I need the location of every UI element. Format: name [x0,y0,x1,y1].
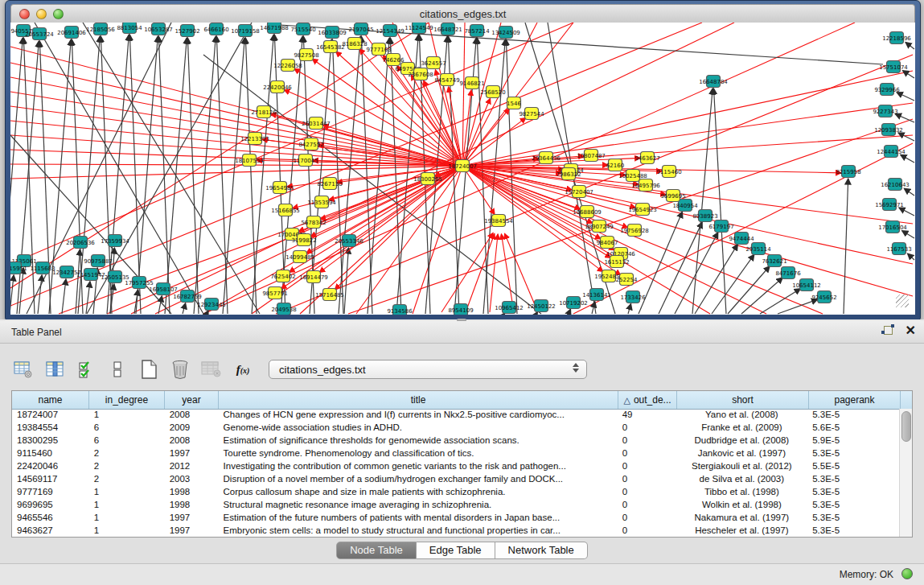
graph-node[interactable]: 9227343 [873,105,897,117]
graph-node[interactable]: 14671988 [260,23,289,34]
graph-node[interactable]: 11124549 [405,23,433,34]
column-header-year[interactable]: year [165,391,219,409]
graph-node[interactable]: 12093832 [874,124,903,136]
graph-node[interactable]: 26031447 [302,117,331,130]
float-panel-icon[interactable] [881,324,894,337]
graph-node[interactable]: 9857791 [262,287,287,299]
graph-node[interactable]: 16545382 [316,41,345,53]
graph-node[interactable]: 6179197 [708,220,733,233]
graph-node[interactable]: 15692971 [875,199,904,211]
table-scrollbar[interactable] [899,409,912,537]
graph-node[interactable]: 7857214 [464,25,490,37]
graph-node[interactable]: 13424509 [491,27,520,39]
graph-node[interactable]: 19384554 [484,215,513,227]
graph-node[interactable]: 7515540 [290,23,315,35]
graph-node[interactable]: 12923445 [197,299,226,311]
graph-node[interactable]: 90975887 [84,255,113,267]
graph-node[interactable]: 15720407 [565,186,593,198]
graph-node[interactable]: 62160 [606,159,624,171]
table-row[interactable]: 946362711997Embryonic stem cells: a mode… [12,525,899,537]
graph-node[interactable]: 9245652 [811,291,836,303]
function-builder-icon[interactable]: f(x) [231,357,255,381]
unselect-all-icon[interactable] [105,357,129,381]
table-row[interactable]: 946554611997Estimation of the future num… [12,512,899,525]
column-header-short[interactable]: short [677,391,809,409]
table-selector-dropdown[interactable]: citations_edges.txt [269,360,587,379]
close-panel-icon[interactable]: ✕ [906,324,916,337]
network-window-titlebar[interactable]: citations_edges.txt [10,4,915,23]
table-row[interactable]: 1830029562008Estimation of significance … [12,435,899,447]
column-header-name[interactable]: name [12,391,89,409]
delete-column-icon[interactable] [168,357,192,381]
graph-node[interactable]: 7632621 [762,255,786,267]
table-mode-icon[interactable] [11,357,35,381]
graph-node[interactable]: 19654923 [628,204,657,216]
graph-node[interactable]: 16648784 [699,76,728,88]
table-row[interactable]: 1872400712008Changes of HCN gene express… [12,409,899,422]
graph-node[interactable]: 8215958 [836,166,860,178]
graph-node[interactable]: 10654112 [792,279,821,291]
graph-node[interactable]: 10965412 [495,302,524,314]
graph-node[interactable]: 10719202 [559,297,588,309]
graph-node[interactable]: 2935114 [745,243,771,255]
graph-node[interactable]: 1527902 [175,25,199,37]
column-header-out-de-[interactable]: △out_de... [618,391,677,409]
graph-node[interactable]: 9827544 [519,108,544,120]
table-row[interactable]: 969969511998Structural magnetic resonanc… [12,499,899,512]
graph-node[interactable]: 8454749 [434,74,459,86]
graph-node[interactable]: 2197045 [348,23,373,35]
graph-node[interactable]: 11353594 [307,196,336,208]
table-row[interactable]: 1456911722003Disruption of a novel membe… [12,473,899,486]
graph-node[interactable]: 3624557 [421,57,446,69]
graph-node[interactable]: 9827508 [294,49,318,61]
graph-node[interactable]: 12154349 [376,25,405,37]
graph-node[interactable]: 9329966 [874,84,900,96]
column-header-pagerank[interactable]: pagerank [809,391,901,409]
delete-table-icon[interactable] [199,357,224,381]
graph-node[interactable]: 16648721 [433,23,462,35]
table-row[interactable]: 1938455462009Genome-wide association stu… [12,422,899,435]
graph-node[interactable]: 2049538 [271,303,296,315]
tab-node-table[interactable]: Node Table [336,542,417,559]
graph-node[interactable]: 5678342 [301,216,326,229]
table-row[interactable]: 911546021997Tourette syndrome. Phenomeno… [12,447,899,460]
window-resize-grip[interactable] [896,295,909,307]
tab-edge-table[interactable]: Edge Table [417,542,495,559]
graph-node[interactable]: 10653287 [144,23,173,35]
table-row[interactable]: 977716911998Corpus callosum shape and si… [12,486,899,499]
graph-node[interactable]: 9134586 [387,305,413,315]
tab-network-table[interactable]: Network Table [495,542,588,559]
graph-node[interactable]: 1546 [507,97,521,109]
graph-node[interactable]: 8813054 [117,23,142,34]
graph-node[interactable]: 15166855 [271,204,300,216]
table-row[interactable]: 2242004622012Investigating the contribut… [12,460,899,473]
graph-node[interactable]: 12218596 [882,32,911,44]
graph-node[interactable]: 7625402 [270,270,295,282]
graph-node[interactable]: 6466160 [203,23,228,35]
graph-node[interactable]: 12185056 [86,23,115,35]
graph-node[interactable]: 8954109 [448,304,473,315]
column-header-title[interactable]: title [219,391,618,409]
memory-status-indicator[interactable] [901,568,913,579]
graph-node[interactable]: 1167533 [886,243,911,255]
select-all-icon[interactable] [74,357,98,381]
graph-node[interactable]: 18107554 [235,154,264,167]
graph-node[interactable]: 9146821 [459,77,484,89]
graph-node[interactable]: 20691406 [57,27,86,39]
column-header-in-degree[interactable]: in_degree [89,391,165,409]
graph-node[interactable]: 9115460 [656,166,681,178]
create-column-icon[interactable] [137,357,161,381]
graph-node[interactable]: 1733426 [620,291,646,303]
graph-node[interactable]: 8938923 [692,210,717,222]
graph-node[interactable]: 14136141 [582,289,611,301]
show-columns-icon[interactable] [43,357,67,381]
graph-node[interactable]: 8186328 [342,38,367,50]
graph-node[interactable]: 16914479 [299,271,328,283]
graph-node[interactable]: 8471676 [775,267,801,279]
graph-node[interactable]: 12450122 [527,300,556,312]
graph-node[interactable]: 9777163 [366,43,391,56]
graph-node[interactable]: 10719158 [231,25,260,37]
graph-node[interactable]: 12226058 [273,60,302,72]
table-scrollbar-thumb[interactable] [901,411,911,442]
network-graph-canvas[interactable]: 9405572205537242069140612185056881305410… [10,23,915,315]
